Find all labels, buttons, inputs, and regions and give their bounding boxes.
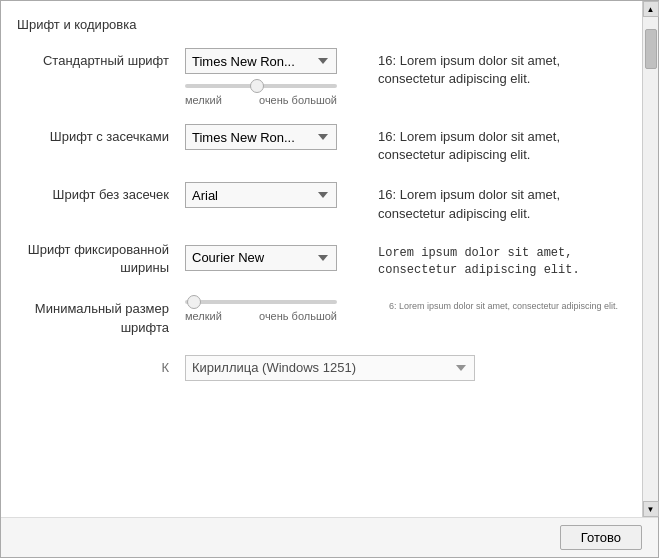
min-font-size-slider-labels: мелкий очень большой [185,310,337,322]
scrollbar-down-button[interactable]: ▼ [643,501,659,517]
standard-font-row: Стандартный шрифт Times New Ron... мелки… [17,48,618,106]
min-font-size-row: Минимальный размер шрифта мелкий очень б… [17,296,618,336]
min-font-size-slider-track[interactable] [185,300,337,304]
min-font-size-label: Минимальный размер шрифта [17,296,185,336]
sans-font-select[interactable]: Arial [185,182,337,208]
scrollbar-up-button[interactable]: ▲ [643,1,659,17]
sans-font-row: Шрифт без засечек Arial 16: Lorem ipsum … [17,182,618,222]
scrollbar[interactable]: ▲ ▼ [642,1,658,517]
standard-font-slider-label-right: очень большой [259,94,337,106]
standard-font-slider-row [185,80,362,92]
serif-font-control: Times New Ron... [185,124,362,150]
mono-font-preview: Lorem ipsum dolor sit amet, consectetur … [378,241,618,279]
serif-font-select[interactable]: Times New Ron... [185,124,337,150]
settings-window: ▲ ▼ Шрифт и кодировка Стандартный шрифт … [0,0,659,558]
settings-content: Шрифт и кодировка Стандартный шрифт Time… [1,1,642,517]
mono-font-control: Courier New [185,241,362,271]
standard-font-preview: 16: Lorem ipsum dolor sit amet, consecte… [378,48,618,88]
serif-font-label: Шрифт с засечками [17,124,185,146]
serif-font-preview: 16: Lorem ipsum dolor sit amet, consecte… [378,124,618,164]
sans-font-label: Шрифт без засечек [17,182,185,204]
min-font-size-slider-thumb[interactable] [187,295,201,309]
standard-font-label: Стандартный шрифт [17,48,185,70]
min-font-size-slider-label-right: очень большой [259,310,337,322]
scrollbar-thumb[interactable] [645,29,657,69]
standard-font-slider-label-left: мелкий [185,94,222,106]
standard-font-slider-track[interactable] [185,84,337,88]
done-button[interactable]: Готово [560,525,642,550]
serif-font-row: Шрифт с засечками Times New Ron... 16: L… [17,124,618,164]
standard-font-control: Times New Ron... мелкий очень большой [185,48,362,106]
partial-row-select[interactable]: Кириллица (Windows 1251) [185,355,475,381]
mono-font-row: Шрифт фиксированной ширины Courier New L… [17,241,618,279]
scrollbar-track[interactable] [644,19,658,517]
footer: Готово [1,517,658,557]
min-font-size-slider-row [185,296,373,308]
partial-row: К Кириллица (Windows 1251) [17,355,618,381]
sans-font-preview: 16: Lorem ipsum dolor sit amet, consecte… [378,182,618,222]
section-title: Шрифт и кодировка [17,17,618,32]
sans-font-control: Arial [185,182,362,208]
partial-row-control: Кириллица (Windows 1251) [185,355,618,381]
standard-font-slider-container: мелкий очень большой [185,80,362,106]
mono-font-label: Шрифт фиксированной ширины [17,241,185,277]
standard-font-slider-thumb[interactable] [250,79,264,93]
mono-font-select[interactable]: Courier New [185,245,337,271]
standard-font-slider-labels: мелкий очень большой [185,94,337,106]
min-font-size-control: мелкий очень большой [185,296,373,322]
min-font-size-slider-label-left: мелкий [185,310,222,322]
partial-row-label: К [17,355,185,377]
min-font-size-preview: 6: Lorem ipsum dolor sit amet, consectet… [389,296,618,313]
standard-font-select[interactable]: Times New Ron... [185,48,337,74]
